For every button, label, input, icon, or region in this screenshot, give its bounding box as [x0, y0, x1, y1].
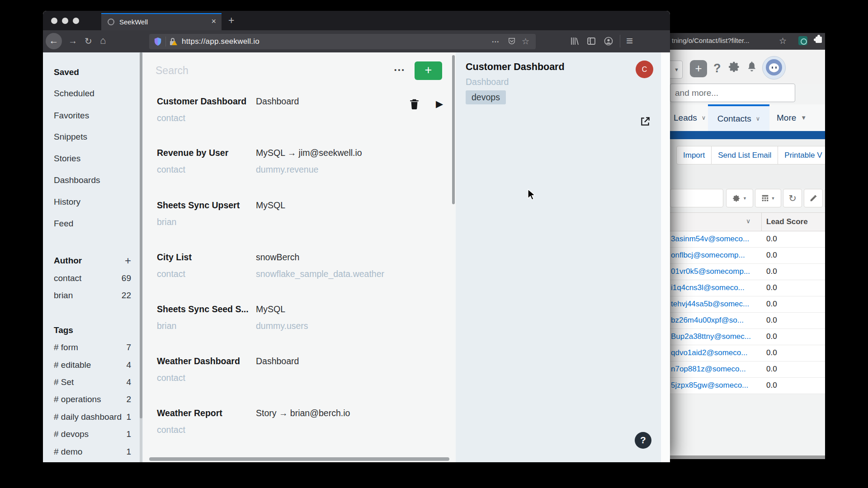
- email-link[interactable]: tehvj44sa5b@somec...: [671, 300, 749, 309]
- salesforce-url[interactable]: tning/o/Contact/list?filter...: [672, 37, 750, 44]
- tag-filter-form[interactable]: # form7: [54, 341, 131, 354]
- list-item-revenue-by-user[interactable]: Revenue by User MySQL → jim@seekwell.io …: [143, 148, 456, 182]
- extensions-puzzle-icon[interactable]: [816, 37, 822, 43]
- author-filter-contact[interactable]: contact69: [54, 272, 131, 285]
- tag-filter-operations[interactable]: # operations2: [54, 393, 131, 406]
- bookmark-star-icon[interactable]: ☆: [779, 36, 787, 46]
- list-more-dots-icon[interactable]: •••: [394, 66, 406, 74]
- tab-contacts-active[interactable]: Contacts ∨: [708, 104, 769, 131]
- caret-down-icon[interactable]: ▼: [801, 114, 807, 121]
- help-icon[interactable]: ?: [713, 61, 721, 75]
- tracking-protection-shield-icon[interactable]: [154, 37, 162, 48]
- horizontal-scrollbar-thumb[interactable]: [149, 457, 449, 461]
- chevron-down-icon[interactable]: ∨: [756, 115, 760, 122]
- add-author-plus-icon[interactable]: +: [125, 254, 131, 267]
- window-minimize-button[interactable]: [62, 18, 68, 24]
- list-item-sheets-sync-seed[interactable]: Sheets Sync Seed S... MySQL brian dummy.…: [143, 304, 456, 338]
- pocket-icon[interactable]: [508, 37, 516, 47]
- email-link[interactable]: qdvo1aid2@someco...: [671, 348, 747, 357]
- list-item-customer-dashboard[interactable]: Customer Dashboard Dashboard contact ▶: [143, 96, 456, 131]
- chevron-down-icon[interactable]: ∨: [702, 114, 706, 121]
- sidebar-item-dashboards[interactable]: Dashboards: [54, 174, 131, 187]
- email-link[interactable]: Bup2a38ttny@somec...: [671, 332, 751, 341]
- global-actions-plus-icon[interactable]: +: [690, 60, 707, 77]
- charts-button-partial[interactable]: [824, 189, 825, 207]
- table-row[interactable]: onflbcj@somecomp...0.0: [670, 248, 825, 264]
- reload-icon[interactable]: ↻: [85, 36, 92, 47]
- browser-tab[interactable]: SeekWell ×: [101, 13, 222, 30]
- table-row[interactable]: qdvo1aid2@someco...0.0: [670, 345, 825, 361]
- account-icon[interactable]: [604, 36, 613, 48]
- tag-filter-editable[interactable]: # editable4: [54, 359, 131, 371]
- table-row[interactable]: tehvj44sa5b@somec...0.0: [670, 296, 825, 313]
- tag-filter-devops[interactable]: # devops1: [54, 428, 131, 441]
- tab-more[interactable]: More ▼: [777, 104, 807, 131]
- sidebar-item-saved[interactable]: Saved: [54, 66, 131, 79]
- setup-gear-icon[interactable]: [728, 61, 741, 75]
- list-item-city-list[interactable]: City List snowBerch contact snowflake_sa…: [143, 252, 456, 286]
- table-row[interactable]: Bup2a38ttny@somec...0.0: [670, 329, 825, 345]
- table-row[interactable]: bz26m4u00xpf@so...0.0: [670, 313, 825, 329]
- email-link[interactable]: 5jzpx85gw@someco...: [671, 381, 748, 390]
- salesforce-search-input[interactable]: [670, 84, 795, 102]
- table-row[interactable]: 3asinm54v@someco...0.0: [670, 231, 825, 248]
- help-button[interactable]: ?: [635, 432, 651, 449]
- sidebar-item-feed[interactable]: Feed: [54, 217, 131, 230]
- printable-view-button[interactable]: Printable V: [778, 146, 825, 164]
- tag-filter-demo[interactable]: # demo1: [54, 446, 131, 458]
- new-tab-icon[interactable]: +: [228, 14, 234, 27]
- email-link[interactable]: 3asinm54v@someco...: [671, 235, 749, 244]
- close-tab-icon[interactable]: ×: [211, 17, 216, 26]
- list-settings-gear-button[interactable]: ▼: [726, 189, 753, 207]
- author-filter-brian[interactable]: brian22: [54, 289, 131, 302]
- email-link[interactable]: 01vr0k5@somecomp...: [671, 267, 750, 276]
- send-list-email-button[interactable]: Send List Email: [712, 146, 778, 164]
- list-item-weather-report[interactable]: Weather Report Story → brian@berch.io co…: [143, 408, 456, 442]
- url-bar[interactable]: https://app.seekwell.io ••• ☆: [149, 34, 536, 49]
- add-query-button[interactable]: +: [415, 61, 442, 80]
- lead-score-header[interactable]: Lead Score: [766, 217, 808, 226]
- column-chevron-icon[interactable]: ∨: [746, 217, 750, 225]
- library-icon[interactable]: [569, 36, 579, 48]
- display-as-table-button[interactable]: ▼: [755, 189, 781, 207]
- table-row[interactable]: 5jzpx85gw@someco...0.0: [670, 378, 825, 394]
- sidebar-item-favorites[interactable]: Favorites: [54, 109, 131, 122]
- email-link[interactable]: i1q4cns3l@someco...: [671, 283, 745, 292]
- lock-insecure-icon[interactable]: [169, 38, 176, 47]
- run-play-icon[interactable]: ▶: [436, 99, 443, 109]
- import-button[interactable]: Import: [676, 146, 712, 164]
- page-actions-dots-icon[interactable]: •••: [492, 39, 500, 44]
- window-zoom-button[interactable]: [73, 18, 79, 24]
- avatar[interactable]: C: [636, 61, 653, 78]
- sidebar-toggle-icon[interactable]: [586, 36, 596, 48]
- email-link[interactable]: bz26m4u00xpf@so...: [671, 316, 744, 325]
- sidebar-item-scheduled[interactable]: Scheduled: [54, 87, 131, 100]
- table-row[interactable]: 01vr0k5@somecomp...0.0: [670, 264, 825, 280]
- tag-chip-devops[interactable]: devops: [466, 90, 506, 104]
- email-link[interactable]: n7op881z@someco...: [671, 365, 746, 374]
- notifications-bell-icon[interactable]: [746, 61, 758, 74]
- url-text[interactable]: https://app.seekwell.io: [182, 37, 259, 46]
- list-item-sheets-sync-upsert[interactable]: Sheets Sync Upsert MySQL brian: [143, 200, 456, 235]
- sidebar-item-stories[interactable]: Stories: [54, 152, 131, 165]
- search-input[interactable]: [156, 62, 318, 79]
- table-row[interactable]: i1q4cns3l@someco...0.0: [670, 280, 825, 296]
- tag-filter-set[interactable]: # Set4: [54, 376, 131, 389]
- sidebar-scrollbar-thumb[interactable]: [140, 52, 142, 418]
- list-item-weather-dashboard[interactable]: Weather Dashboard Dashboard contact: [143, 356, 456, 390]
- open-external-link-icon[interactable]: [639, 116, 651, 129]
- sidebar-item-snippets[interactable]: Snippets: [54, 131, 131, 143]
- list-search-box[interactable]: [670, 189, 723, 207]
- back-icon[interactable]: ←: [46, 33, 62, 49]
- search-scope-dropdown[interactable]: ▼: [670, 61, 683, 79]
- edit-pencil-button[interactable]: [804, 189, 823, 207]
- sidebar-item-history[interactable]: History: [54, 196, 131, 208]
- forward-icon[interactable]: →: [68, 36, 77, 46]
- home-icon[interactable]: ⌂: [100, 35, 106, 47]
- menu-hamburger-icon[interactable]: ≡: [626, 34, 633, 48]
- container-tab-icon[interactable]: [798, 36, 807, 45]
- tab-leads[interactable]: Leads ∨: [674, 104, 706, 131]
- refresh-button[interactable]: ↻: [783, 189, 802, 207]
- email-link[interactable]: onflbcj@somecomp...: [671, 251, 745, 260]
- window-close-button[interactable]: [51, 18, 57, 24]
